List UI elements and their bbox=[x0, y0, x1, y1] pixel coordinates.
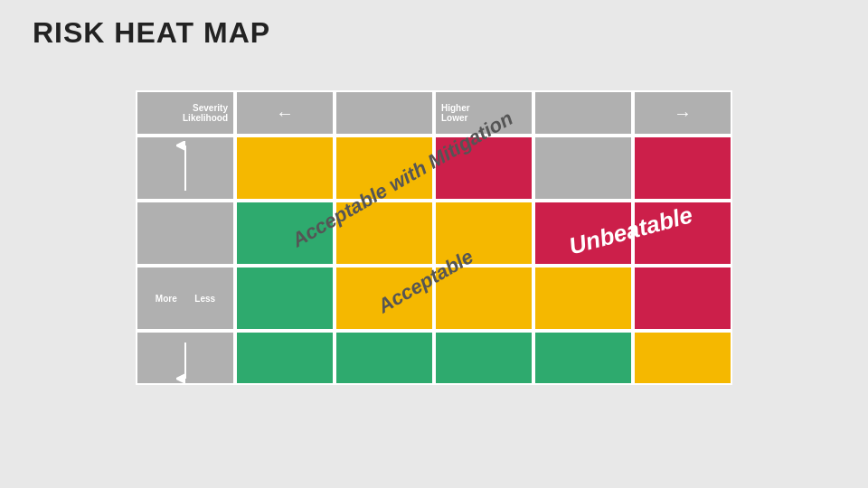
cell-1-3 bbox=[335, 136, 434, 201]
severity-label: Severity bbox=[193, 103, 228, 113]
heatmap-container: Severity Likelihood ← Higher Lower → bbox=[136, 90, 732, 385]
header-empty-1 bbox=[335, 90, 434, 136]
right-arrow-icon: → bbox=[674, 103, 692, 124]
axis-cell-1 bbox=[136, 136, 235, 201]
data-row-3: More Less bbox=[136, 266, 732, 331]
cell-4-3 bbox=[335, 331, 434, 385]
cell-1-6 bbox=[633, 136, 732, 201]
cell-2-3 bbox=[335, 201, 434, 266]
cell-4-4 bbox=[434, 331, 533, 385]
cell-2-5 bbox=[533, 201, 633, 266]
higher-lower-cell: Higher Lower bbox=[434, 90, 533, 136]
left-arrow-cell: ← bbox=[235, 90, 335, 136]
right-arrow-cell: → bbox=[633, 90, 732, 136]
less-label: Less bbox=[194, 294, 215, 304]
up-arrow-icon bbox=[176, 141, 194, 195]
data-row-1 bbox=[136, 136, 732, 201]
likelihood-label: Likelihood bbox=[183, 113, 228, 123]
page-title: RISK HEAT MAP bbox=[33, 16, 270, 50]
left-arrow-icon: ← bbox=[276, 103, 294, 124]
more-less-cell: More Less bbox=[136, 266, 235, 331]
cell-2-6 bbox=[633, 201, 732, 266]
cell-3-2 bbox=[235, 266, 335, 331]
cell-3-4 bbox=[434, 266, 533, 331]
severity-likelihood-cell: Severity Likelihood bbox=[136, 90, 235, 136]
header-row: Severity Likelihood ← Higher Lower → bbox=[136, 90, 732, 136]
cell-4-5 bbox=[533, 331, 633, 385]
data-row-4 bbox=[136, 331, 732, 385]
cell-3-3 bbox=[335, 266, 434, 331]
header-empty-2 bbox=[533, 90, 633, 136]
cell-4-6 bbox=[633, 331, 732, 385]
down-arrow-icon bbox=[176, 338, 194, 383]
lower-label: Lower bbox=[441, 113, 467, 123]
cell-3-5 bbox=[533, 266, 633, 331]
cell-2-4 bbox=[434, 201, 533, 266]
cell-4-2 bbox=[235, 331, 335, 385]
cell-1-2 bbox=[235, 136, 335, 201]
higher-label: Higher bbox=[441, 103, 470, 113]
cell-1-5 bbox=[533, 136, 633, 201]
bottom-axis-cell bbox=[136, 331, 235, 385]
cell-2-2 bbox=[235, 201, 335, 266]
axis-cell-2 bbox=[136, 201, 235, 266]
more-label: More bbox=[156, 294, 177, 304]
grid: Severity Likelihood ← Higher Lower → bbox=[136, 90, 732, 385]
cell-3-6 bbox=[633, 266, 732, 331]
data-row-2 bbox=[136, 201, 732, 266]
cell-1-4 bbox=[434, 136, 533, 201]
